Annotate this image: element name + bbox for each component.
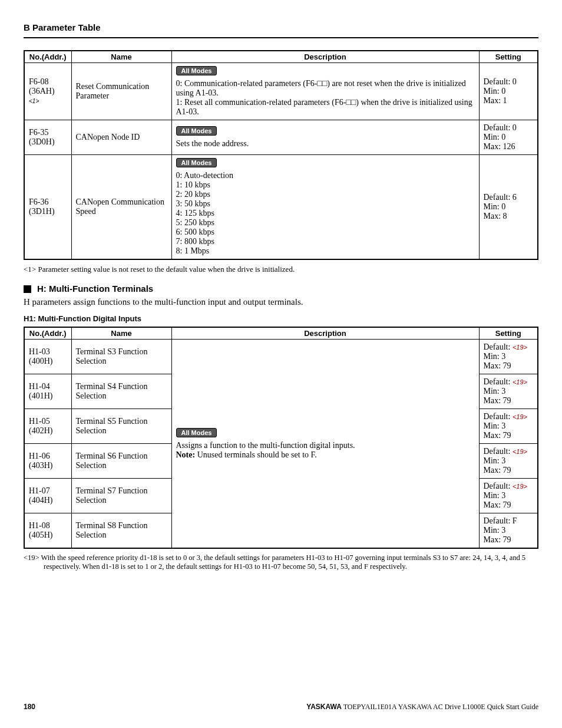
setting-max: Max: 79 xyxy=(484,500,534,510)
page-footer: 180 YASKAWA TOEPYAIL1E01A YASKAWA AC Dri… xyxy=(24,703,538,711)
setting-min: Min: 3 xyxy=(484,387,534,396)
setting-min: Min: 3 xyxy=(484,421,534,431)
col-header-no: No.(Addr.) xyxy=(24,327,71,340)
table-row: F6-36 (3D1H) CANopen Communication Speed… xyxy=(24,155,538,260)
param-no: H1-04 xyxy=(29,382,50,391)
ref-19: <19> xyxy=(513,344,527,351)
setting-min: Min: 3 xyxy=(484,456,534,466)
desc-line: Sets the node address. xyxy=(176,139,475,149)
desc-note: Note: Unused terminals should be set to … xyxy=(176,450,475,460)
desc-line: 7: 800 kbps xyxy=(176,237,475,246)
setting-min: Min: 3 xyxy=(484,491,534,500)
param-sub: <1> xyxy=(29,98,39,104)
col-header-name: Name xyxy=(71,327,171,340)
setting-max: Max: 79 xyxy=(484,466,534,475)
table-header-row: No.(Addr.) Name Description Setting xyxy=(24,327,538,340)
param-no: H1-05 xyxy=(29,417,50,426)
note-label: Note: xyxy=(176,450,196,459)
all-modes-badge: All Modes xyxy=(176,126,217,136)
cell-setting: Default: 6 Min: 0 Max: 8 xyxy=(479,155,538,260)
cell-no: F6-08 (36AH) <1> xyxy=(24,63,71,120)
cell-desc: All Modes Sets the node address. xyxy=(171,120,479,155)
setting-default: Default: F xyxy=(484,516,517,525)
col-header-name: Name xyxy=(71,51,171,63)
col-header-desc: Description xyxy=(171,327,479,340)
desc-line: 4: 125 kbps xyxy=(176,209,475,218)
setting-default: Default: xyxy=(484,482,513,490)
cell-setting: Default: <19> Min: 3 Max: 79 xyxy=(479,444,538,479)
page-number: 180 xyxy=(24,703,35,711)
setting-default: Default: xyxy=(484,412,513,421)
subsection-heading-h1: H1: Multi-Function Digital Inputs xyxy=(24,314,538,323)
cell-name: Terminal S5 Function Selection xyxy=(71,409,171,444)
desc-line: 6: 500 kbps xyxy=(176,228,475,237)
table-row: F6-08 (36AH) <1> Reset Communication Par… xyxy=(24,63,538,120)
setting-default: Default: 0 xyxy=(484,77,534,87)
doc-id: YASKAWA TOEPYAIL1E01A YASKAWA AC Drive L… xyxy=(306,703,538,711)
cell-name: Terminal S6 Function Selection xyxy=(71,444,171,479)
desc-line: 3: 50 kbps xyxy=(176,199,475,209)
cell-name: Terminal S4 Function Selection xyxy=(71,374,171,409)
param-addr: (404H) xyxy=(29,496,52,505)
table-header-row: No.(Addr.) Name Description Setting xyxy=(24,51,538,63)
param-table-f6: No.(Addr.) Name Description Setting F6-0… xyxy=(24,50,538,260)
setting-min: Min: 0 xyxy=(484,202,534,212)
desc-line: 1: Reset all communication-related param… xyxy=(176,98,475,107)
section-heading-h: H: Multi-Function Terminals xyxy=(24,284,538,294)
desc-line: 1: 10 kbps xyxy=(176,180,475,190)
all-modes-badge: All Modes xyxy=(176,66,217,75)
setting-min: Min: 0 xyxy=(484,133,534,142)
ref-19: <19> xyxy=(513,448,527,455)
param-table-h1: No.(Addr.) Name Description Setting H1-0… xyxy=(24,327,538,549)
setting-default: Default: xyxy=(484,377,513,386)
cell-no: H1-05 (402H) xyxy=(24,409,71,444)
param-addr: (405H) xyxy=(29,531,52,539)
param-addr: (400H) xyxy=(29,357,52,365)
setting-max: Max: 79 xyxy=(484,361,534,371)
cell-name: Terminal S3 Function Selection xyxy=(71,340,171,374)
note-text: Unused terminals should be set to F. xyxy=(195,450,317,459)
cell-no: H1-06 (403H) xyxy=(24,444,71,479)
param-no: F6-35 xyxy=(29,128,48,137)
param-no: F6-08 xyxy=(29,77,48,86)
param-no: H1-03 xyxy=(29,347,50,356)
setting-max: Max: 1 xyxy=(484,96,534,106)
square-bullet-icon xyxy=(24,285,31,293)
ref-19: <19> xyxy=(513,413,527,420)
cell-no: H1-07 (404H) xyxy=(24,479,71,513)
setting-max: Max: 79 xyxy=(484,431,534,440)
setting-default: Default: xyxy=(484,342,513,351)
page-header: B Parameter Table xyxy=(24,22,538,38)
cell-name: Reset Communication Parameter xyxy=(71,63,171,120)
col-header-no: No.(Addr.) xyxy=(24,51,71,63)
cell-name: Terminal S8 Function Selection xyxy=(71,513,171,549)
setting-min: Min: 3 xyxy=(484,526,534,535)
cell-setting: Default: <19> Min: 3 Max: 79 xyxy=(479,374,538,409)
cell-setting: Default: <19> Min: 3 Max: 79 xyxy=(479,479,538,513)
param-addr: (3D0H) xyxy=(29,137,55,146)
setting-min: Min: 3 xyxy=(484,352,534,361)
cell-no: H1-08 (405H) xyxy=(24,513,71,549)
param-no: H1-06 xyxy=(29,452,50,460)
cell-no: F6-35 (3D0H) xyxy=(24,120,71,155)
desc-line: 2: 20 kbps xyxy=(176,190,475,199)
ref-19: <19> xyxy=(513,483,527,490)
section-description: H parameters assign functions to the mul… xyxy=(24,297,538,307)
footnote-1: <1> Parameter setting value is not reset… xyxy=(24,265,538,274)
setting-default: Default: 6 xyxy=(484,193,534,202)
cell-desc: All Modes 0: Communication-related param… xyxy=(171,63,479,120)
param-addr: (401H) xyxy=(29,391,52,400)
footnote-19: <19> With the speed reference priority d… xyxy=(24,554,538,571)
setting-default: Default: 0 xyxy=(484,123,534,133)
setting-max: Max: 126 xyxy=(484,142,534,151)
param-addr: (403H) xyxy=(29,461,52,470)
doc-title: TOEPYAIL1E01A YASKAWA AC Drive L1000E Qu… xyxy=(342,703,538,711)
cell-no: H1-03 (400H) xyxy=(24,340,71,374)
desc-line: 0: Communication-related parameters (F6-… xyxy=(176,79,475,98)
param-addr: (36AH) xyxy=(29,87,55,95)
setting-max: Max: 79 xyxy=(484,535,534,545)
param-addr: (3D1H) xyxy=(29,207,55,216)
param-no: F6-36 xyxy=(29,197,48,206)
table-row: H1-03 (400H) Terminal S3 Function Select… xyxy=(24,340,538,374)
cell-setting: Default: F Min: 3 Max: 79 xyxy=(479,513,538,549)
